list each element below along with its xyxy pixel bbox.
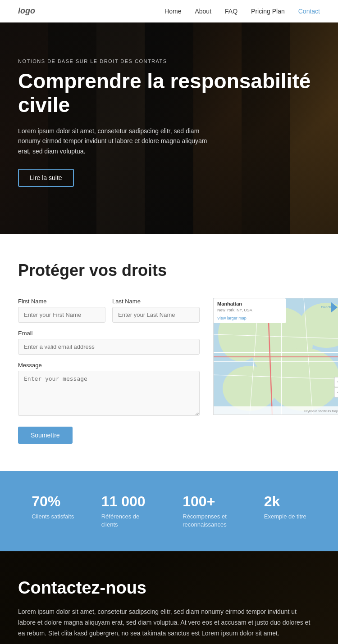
nav-link-faq[interactable]: FAQ (225, 8, 238, 15)
stat-item-3: 2k Exemple de titre (264, 493, 306, 529)
nav-links: Home About FAQ Pricing Plan Contact (164, 7, 320, 15)
contact-title: Contactez-nous (18, 578, 320, 598)
message-row: Message (18, 362, 200, 416)
nav-item-contact[interactable]: Contact (298, 7, 320, 15)
last-name-label: Last Name (112, 298, 200, 305)
last-name-input[interactable] (112, 307, 200, 323)
svg-text:New York, NY, USA: New York, NY, USA (217, 308, 252, 312)
nav-item-pricing[interactable]: Pricing Plan (251, 7, 285, 15)
nav-item-about[interactable]: About (195, 7, 211, 15)
stat-label-2: Récompenses et reconnaissances (183, 513, 237, 529)
message-textarea[interactable] (18, 371, 200, 416)
email-label: Email (18, 330, 200, 337)
nav-link-about[interactable]: About (195, 8, 211, 15)
map-placeholder: Manhattan New York, NY, USA View larger … (213, 298, 338, 415)
nav-link-contact[interactable]: Contact (298, 8, 320, 15)
contact-section: Contactez-nous Lorem ipsum dolor sit ame… (0, 551, 338, 644)
hero-description: Lorem ipsum dolor sit amet, consetetur s… (18, 126, 207, 156)
hero-title: Comprendre la responsabilité civile (18, 69, 320, 117)
first-name-group: First Name (18, 298, 105, 323)
submit-button[interactable]: Soumettre (18, 427, 73, 444)
map-area: Manhattan New York, NY, USA View larger … (213, 298, 338, 415)
stats-section: 70% Clients satisfaits 11 000 Références… (0, 471, 338, 551)
first-name-input[interactable] (18, 307, 105, 323)
hero-content: NOTIONS DE BASE SUR LE DROIT DES CONTRAT… (18, 59, 320, 187)
contact-description: Lorem ipsum dolor sit amet, consetetur s… (18, 607, 315, 639)
email-group: Email (18, 330, 200, 355)
nav-link-home[interactable]: Home (164, 8, 181, 15)
stat-number-3: 2k (264, 493, 306, 510)
email-input[interactable] (18, 339, 200, 355)
navbar: logo Home About FAQ Pricing Plan Contact (0, 0, 338, 23)
stat-label-0: Clients satisfaits (32, 513, 74, 521)
form-area: First Name Last Name Email Message (18, 298, 200, 444)
nav-item-faq[interactable]: FAQ (225, 7, 238, 15)
stat-number-0: 70% (32, 493, 74, 510)
stat-label-1: Références de clients (101, 513, 155, 529)
svg-point-5 (223, 366, 277, 411)
logo[interactable]: logo (18, 6, 35, 16)
contact-content: Contactez-nous Lorem ipsum dolor sit ame… (18, 578, 320, 644)
email-row: Email (18, 330, 200, 355)
hero-section: NOTIONS DE BASE SUR LE DROIT DES CONTRAT… (0, 23, 338, 234)
form-map-row: First Name Last Name Email Message (18, 298, 320, 444)
stat-label-3: Exemple de titre (264, 513, 306, 521)
stat-number-1: 11 000 (101, 493, 155, 510)
form-section-title: Protéger vos droits (18, 261, 320, 280)
name-row: First Name Last Name (18, 298, 200, 323)
last-name-group: Last Name (112, 298, 200, 323)
message-group: Message (18, 362, 200, 416)
stat-item-2: 100+ Récompenses et reconnaissances (183, 493, 237, 529)
svg-text:View larger map: View larger map (217, 316, 247, 320)
hero-subtitle: NOTIONS DE BASE SUR LE DROIT DES CONTRAT… (18, 59, 320, 64)
first-name-label: First Name (18, 298, 105, 305)
svg-text:Keyboard shortcuts  Map data ©: Keyboard shortcuts Map data ©2024 Google… (304, 410, 338, 413)
stat-number-2: 100+ (183, 493, 237, 510)
map-svg: Manhattan New York, NY, USA View larger … (214, 298, 338, 415)
nav-link-pricing[interactable]: Pricing Plan (251, 8, 285, 15)
svg-text:Directions: Directions (321, 305, 337, 309)
nav-item-home[interactable]: Home (164, 7, 181, 15)
stat-item-0: 70% Clients satisfaits (32, 493, 74, 529)
svg-text:Manhattan: Manhattan (217, 301, 242, 306)
stat-item-1: 11 000 Références de clients (101, 493, 155, 529)
hero-cta-button[interactable]: Lire la suite (18, 169, 74, 187)
message-label: Message (18, 362, 200, 369)
form-section: Protéger vos droits First Name Last Name… (0, 234, 338, 471)
